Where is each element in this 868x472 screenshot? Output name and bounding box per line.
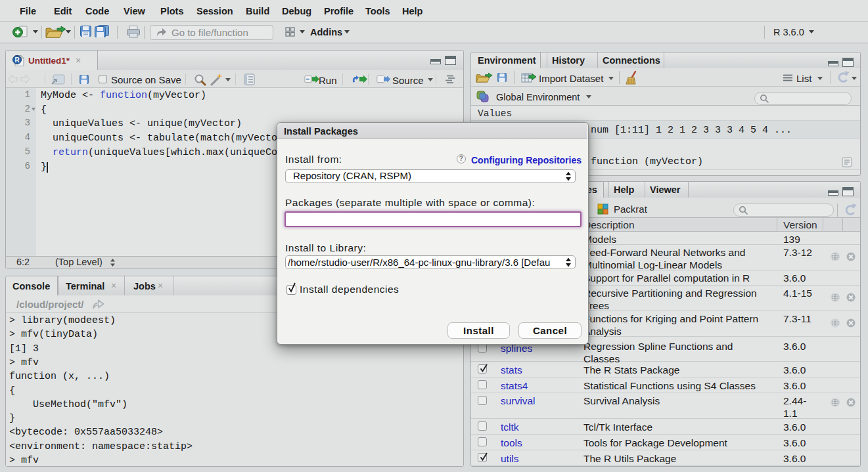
svg-text:R: R [14, 56, 20, 64]
